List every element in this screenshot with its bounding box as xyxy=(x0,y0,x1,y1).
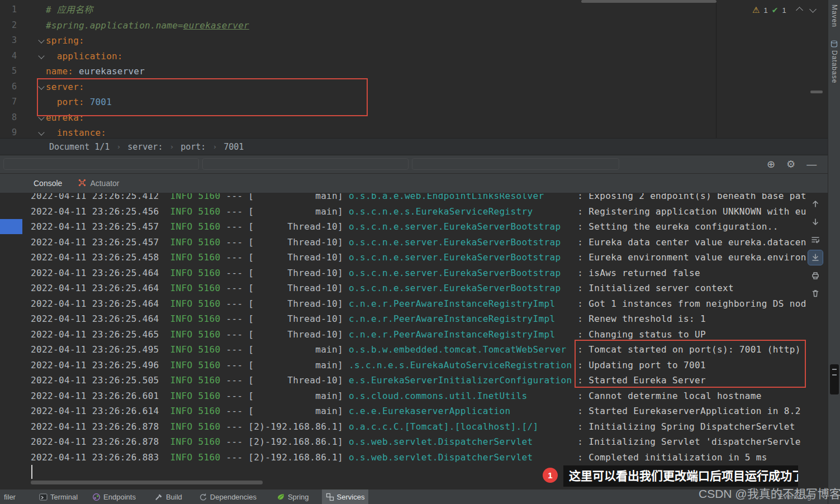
target-icon[interactable]: ⊕ xyxy=(767,157,775,172)
print-button[interactable] xyxy=(808,268,823,283)
console-horizontal-scrollbar[interactable] xyxy=(31,481,263,484)
toolbar-item-dependencies[interactable]: Dependencies xyxy=(195,489,260,504)
log-row: 2022-04-11 23:26:26.614 INFO 5160 --- [ … xyxy=(0,403,801,419)
chevron-right-icon: › xyxy=(212,142,217,151)
editor-line: 6server: xyxy=(0,79,828,95)
annotation-number: 1 xyxy=(548,470,552,480)
spring-label: Spring xyxy=(288,493,309,501)
line-number: 2 xyxy=(0,18,17,34)
log-row: 2022-04-11 23:26:26.878 INFO 5160 --- [2… xyxy=(0,434,801,450)
log-row: 2022-04-11 23:26:25.464 INFO 5160 --- [ … xyxy=(0,311,706,327)
toolbar-item-endpoints[interactable]: Endpoints xyxy=(88,489,140,504)
editor-line: 4 application: xyxy=(0,49,828,64)
toolbar-item-terminal[interactable]: Terminal xyxy=(35,489,82,504)
console-toolbar: ⊕ ⚙ — xyxy=(0,155,828,174)
log-row: 2022-04-11 23:26:25.457 INFO 5160 --- [ … xyxy=(0,235,806,250)
editor-line: 9 instance: xyxy=(0,125,828,138)
chevron-right-icon: › xyxy=(169,142,174,151)
breadcrumb-value[interactable]: 7001 xyxy=(224,142,244,152)
scroll-to-end-button[interactable] xyxy=(808,250,823,265)
terminal-label: Terminal xyxy=(50,493,78,501)
editor-line: 3spring: xyxy=(0,33,828,49)
code-text: eureka: xyxy=(46,110,84,126)
inspection-widget[interactable]: ⚠ 1 ✔ 1 xyxy=(752,5,815,15)
annotation-text: 这里可以看出我们更改端口后项目运行成功了 xyxy=(569,469,798,482)
editor-line: 8eureka: xyxy=(0,110,828,126)
actuator-icon xyxy=(78,178,87,189)
line-number: 3 xyxy=(0,33,17,49)
editor-pane[interactable]: 1# 应用名称2#spring.application.name=eurekas… xyxy=(0,0,828,138)
toolbar-segment xyxy=(202,158,409,170)
gear-icon[interactable]: ⚙ xyxy=(786,157,795,172)
soft-wrap-button[interactable] xyxy=(808,232,823,247)
check-icon: ✔ xyxy=(772,6,779,15)
editor-line: 1# 应用名称 xyxy=(0,2,828,18)
toolbar-item-build[interactable]: Build xyxy=(151,489,186,504)
editor-scrollbar-mark xyxy=(810,91,823,93)
editor-horizontal-scrollbar[interactable] xyxy=(581,0,716,3)
tab-console[interactable]: Console xyxy=(26,174,70,193)
chevron-right-icon: › xyxy=(116,142,121,151)
build-label: Build xyxy=(166,493,182,501)
log-row: 2022-04-11 23:26:25.464 INFO 5160 --- [ … xyxy=(0,296,806,312)
database-icon xyxy=(830,40,838,50)
line-number: 4 xyxy=(0,49,17,64)
annotation-badge: 1 xyxy=(543,468,558,483)
toolbar-item-spring[interactable]: Spring xyxy=(273,489,313,504)
dependencies-icon xyxy=(199,493,207,501)
toolbar-item-services[interactable]: Services xyxy=(322,489,369,504)
log-row: 2022-04-11 23:26:26.878 INFO 5160 --- [2… xyxy=(0,419,795,435)
console-output[interactable]: 2022-04-11 23:26:25.412 INFO 5160 --- [ … xyxy=(0,193,828,489)
endpoints-label: Endpoints xyxy=(103,493,136,501)
log-row: 2022-04-11 23:26:26.601 INFO 5160 --- [ … xyxy=(0,388,762,404)
toolbar-segment xyxy=(412,158,619,170)
endpoints-icon xyxy=(92,493,101,501)
console-icon-strip xyxy=(806,197,824,301)
scroll-down-button[interactable] xyxy=(808,215,823,229)
log-row: 2022-04-11 23:26:25.458 INFO 5160 --- [ … xyxy=(0,250,806,265)
log-row: 2022-04-11 23:26:25.457 INFO 5160 --- [ … xyxy=(0,219,779,235)
profiler-label: filer xyxy=(4,493,16,501)
line-number: 7 xyxy=(0,94,17,110)
watermark: CSDN @我真的不想写博客 xyxy=(699,484,840,501)
tool-button-maven[interactable]: Maven xyxy=(830,4,838,27)
next-problem-icon[interactable] xyxy=(809,6,817,13)
breadcrumb: Document 1/1 › server: › port: › 7001 xyxy=(0,138,828,155)
tool-button-database[interactable]: Database xyxy=(830,50,838,83)
breadcrumb-document[interactable]: Document 1/1 xyxy=(49,142,110,152)
code-text: # 应用名称 xyxy=(46,2,93,18)
fold-chevron-icon[interactable] xyxy=(38,83,44,89)
fold-chevron-icon[interactable] xyxy=(38,114,44,120)
log-row: 2022-04-11 23:26:25.505 INFO 5160 --- [ … xyxy=(0,373,706,388)
log-row: 2022-04-11 23:26:25.465 INFO 5160 --- [ … xyxy=(0,327,706,343)
code-text: application: xyxy=(46,49,123,64)
editor-line: 7 port: 7001 xyxy=(0,94,828,110)
fold-chevron-icon[interactable] xyxy=(38,129,44,135)
line-number: 8 xyxy=(0,110,17,126)
right-tool-strip: Maven Database xyxy=(828,0,840,504)
dependencies-label: Dependencies xyxy=(210,493,257,501)
log-row: 2022-04-11 23:26:25.495 INFO 5160 --- [ … xyxy=(0,342,801,358)
line-number: 5 xyxy=(0,64,17,79)
code-text: spring: xyxy=(46,33,84,49)
fold-chevron-icon[interactable] xyxy=(38,53,44,59)
minimized-panel-indicator[interactable] xyxy=(830,364,839,394)
line-number: 1 xyxy=(0,2,17,18)
clear-all-button[interactable] xyxy=(808,286,823,301)
code-text: port: 7001 xyxy=(46,94,112,110)
console-tabbar: Console Actuator xyxy=(0,174,828,193)
ide-window: 1# 应用名称2#spring.application.name=eurekas… xyxy=(0,0,840,504)
tab-actuator[interactable]: Actuator xyxy=(70,174,127,193)
prev-problem-icon[interactable] xyxy=(796,7,803,14)
minimize-icon[interactable]: — xyxy=(806,157,817,172)
toolbar-item-profiler[interactable]: filer xyxy=(0,489,20,504)
breadcrumb-port[interactable]: port: xyxy=(181,142,206,152)
breadcrumb-server[interactable]: server: xyxy=(127,142,163,152)
editor-right-edge xyxy=(716,0,716,138)
line-number: 6 xyxy=(0,79,17,95)
log-row: 2022-04-11 23:26:25.464 INFO 5160 --- [ … xyxy=(0,280,734,296)
fold-chevron-icon[interactable] xyxy=(38,37,44,43)
code-text: server: xyxy=(46,79,84,95)
scroll-up-button[interactable] xyxy=(808,197,823,211)
hammer-icon xyxy=(155,493,163,501)
